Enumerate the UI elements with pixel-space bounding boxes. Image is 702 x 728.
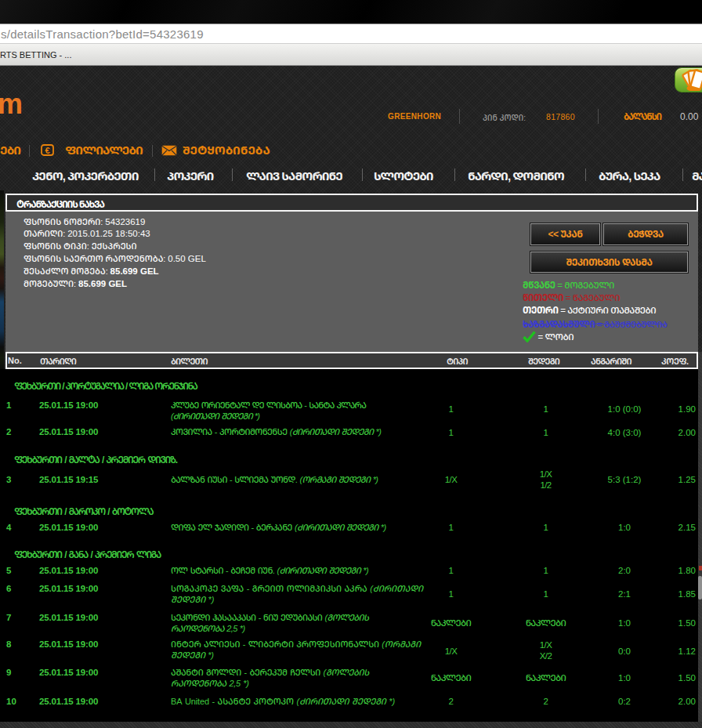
svg-text:€: € (45, 146, 49, 155)
